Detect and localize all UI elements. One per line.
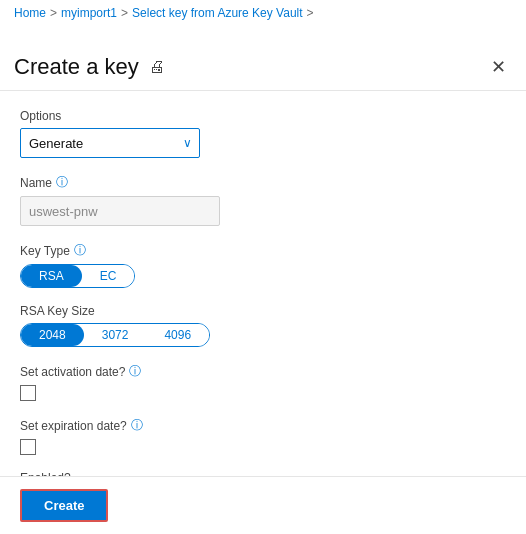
activation-checkbox-row (20, 385, 506, 401)
create-key-panel: Home > myimport1 > Select key from Azure… (0, 0, 526, 534)
activation-date-label: Set activation date? ⓘ (20, 363, 506, 380)
options-field: Options Generate Import ∨ (20, 109, 506, 158)
breadcrumb-home[interactable]: Home (14, 6, 46, 20)
breadcrumb: Home > myimport1 > Select key from Azure… (0, 0, 526, 26)
key-type-info-icon[interactable]: ⓘ (74, 242, 86, 259)
key-type-label: Key Type ⓘ (20, 242, 506, 259)
rsa-key-size-field: RSA Key Size 2048 3072 4096 (20, 304, 506, 347)
expiration-date-label: Set expiration date? ⓘ (20, 417, 506, 434)
panel-header: Create a key 🖨 ✕ (0, 26, 526, 91)
name-label: Name ⓘ (20, 174, 506, 191)
page-title: Create a key (14, 54, 139, 80)
name-field: Name ⓘ (20, 174, 506, 226)
activation-info-icon[interactable]: ⓘ (129, 363, 141, 380)
activation-checkbox[interactable] (20, 385, 36, 401)
rsa-key-size-label: RSA Key Size (20, 304, 506, 318)
rsa-size-2048[interactable]: 2048 (21, 324, 84, 346)
close-button[interactable]: ✕ (491, 58, 506, 76)
name-input[interactable] (20, 196, 220, 226)
rsa-size-4096[interactable]: 4096 (146, 324, 209, 346)
breadcrumb-sep2: > (121, 6, 128, 20)
expiration-date-field: Set expiration date? ⓘ (20, 417, 506, 455)
key-type-toggle: RSA EC (20, 264, 135, 288)
expiration-checkbox-row (20, 439, 506, 455)
options-label: Options (20, 109, 506, 123)
key-type-ec[interactable]: EC (82, 265, 135, 287)
breadcrumb-select-key[interactable]: Select key from Azure Key Vault (132, 6, 303, 20)
panel-body: Options Generate Import ∨ Name ⓘ Key Typ… (0, 91, 526, 515)
expiration-checkbox[interactable] (20, 439, 36, 455)
options-select[interactable]: Generate Import (20, 128, 200, 158)
activation-date-field: Set activation date? ⓘ (20, 363, 506, 401)
options-select-wrapper: Generate Import ∨ (20, 128, 200, 158)
panel-footer: Create (0, 476, 526, 534)
create-button[interactable]: Create (20, 489, 108, 522)
breadcrumb-sep3: > (307, 6, 314, 20)
rsa-size-3072[interactable]: 3072 (84, 324, 147, 346)
name-info-icon[interactable]: ⓘ (56, 174, 68, 191)
expiration-info-icon[interactable]: ⓘ (131, 417, 143, 434)
panel-title-group: Create a key 🖨 (14, 54, 165, 80)
print-icon[interactable]: 🖨 (149, 58, 165, 76)
key-type-field: Key Type ⓘ RSA EC (20, 242, 506, 288)
key-type-rsa[interactable]: RSA (21, 265, 82, 287)
rsa-key-size-toggle: 2048 3072 4096 (20, 323, 210, 347)
breadcrumb-sep1: > (50, 6, 57, 20)
breadcrumb-import1[interactable]: myimport1 (61, 6, 117, 20)
